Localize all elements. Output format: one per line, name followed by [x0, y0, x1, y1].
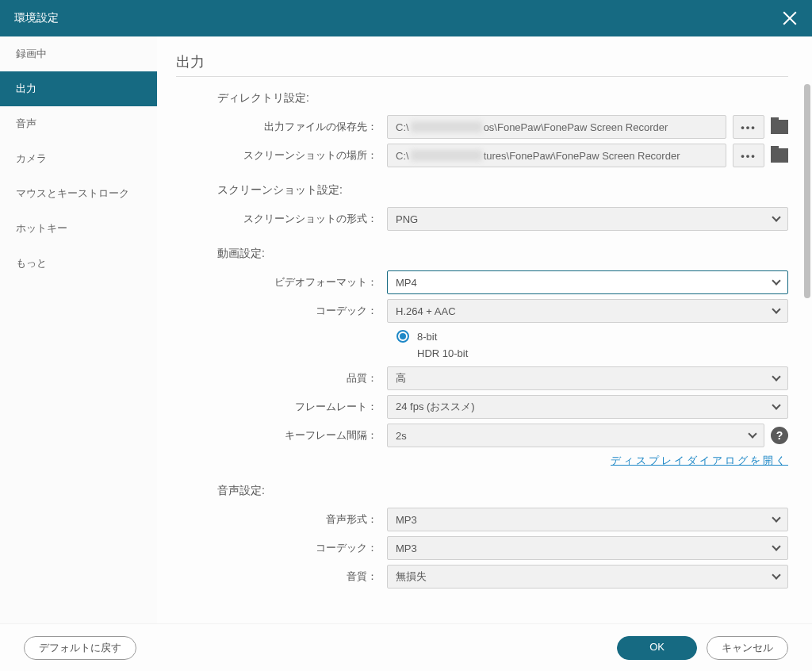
label-screenshot-format: スクリーンショットの形式：: [176, 212, 387, 226]
chevron-down-icon: [772, 542, 780, 550]
sidebar-item-hotkey[interactable]: ホットキー: [0, 211, 157, 246]
sidebar-item-label: 音声: [16, 117, 36, 129]
ok-button[interactable]: OK: [617, 636, 697, 660]
chevron-down-icon: [772, 276, 780, 285]
radio-8bit[interactable]: [396, 330, 409, 343]
titlebar: 環境設定: [0, 0, 812, 36]
window-title: 環境設定: [14, 11, 59, 25]
sidebar-item-label: ホットキー: [16, 222, 67, 234]
chevron-down-icon: [772, 401, 780, 409]
page-title: 出力: [176, 52, 788, 77]
label-audio-quality: 音質：: [176, 569, 387, 584]
label-video-quality: 品質：: [176, 371, 387, 385]
section-video: 動画設定:: [217, 247, 788, 261]
sidebar-item-mouse[interactable]: マウスとキーストローク: [0, 176, 157, 211]
scrollbar[interactable]: [804, 84, 810, 298]
content-pane: 出力 ディレクトリ設定: 出力ファイルの保存先： C:\os\FonePaw\F…: [157, 36, 812, 623]
label-screenshot-path: スクリーンショットの場所：: [176, 148, 387, 163]
audio-quality-select[interactable]: 無損失: [387, 565, 788, 589]
display-dialog-link[interactable]: ディスプレイダイアログを開く: [611, 454, 788, 466]
audio-format-select[interactable]: MP3: [387, 508, 788, 531]
sidebar-item-recording[interactable]: 録画中: [0, 36, 157, 71]
masked-text: [411, 121, 482, 132]
sidebar-item-label: 録画中: [16, 48, 47, 59]
reset-defaults-button[interactable]: デフォルトに戻す: [24, 636, 136, 660]
label-framerate: フレームレート：: [176, 400, 387, 414]
sidebar-item-label: カメラ: [16, 152, 47, 164]
chevron-down-icon: [772, 213, 780, 221]
chevron-down-icon: [772, 372, 780, 381]
label-output-path: 出力ファイルの保存先：: [176, 120, 387, 134]
radio-8bit-label: 8-bit: [417, 331, 437, 343]
sidebar-item-label: もっと: [16, 257, 47, 269]
keyframe-select[interactable]: 2s: [387, 424, 764, 447]
close-icon[interactable]: [782, 10, 798, 26]
sidebar-item-audio[interactable]: 音声: [0, 106, 157, 141]
open-folder-icon[interactable]: [771, 148, 788, 163]
radio-hdr10-label: HDR 10-bit: [417, 347, 468, 359]
section-screenshot: スクリーンショット設定:: [217, 183, 788, 197]
label-video-codec: コーデック：: [176, 304, 387, 318]
output-path-field[interactable]: C:\os\FonePaw\FonePaw Screen Recorder: [387, 115, 726, 139]
sidebar-item-camera[interactable]: カメラ: [0, 141, 157, 176]
section-directory: ディレクトリ設定:: [217, 91, 788, 105]
screenshot-path-field[interactable]: C:\tures\FonePaw\FonePaw Screen Recorder: [387, 144, 726, 167]
footer: デフォルトに戻す OK キャンセル: [0, 623, 812, 671]
browse-screenshot-button[interactable]: •••: [733, 144, 764, 167]
sidebar-item-more[interactable]: もっと: [0, 246, 157, 281]
label-keyframe: キーフレーム間隔：: [176, 428, 387, 443]
screenshot-format-select[interactable]: PNG: [387, 207, 788, 231]
framerate-select[interactable]: 24 fps (おススメ): [387, 395, 788, 419]
sidebar-item-output[interactable]: 出力: [0, 71, 157, 106]
audio-codec-select[interactable]: MP3: [387, 536, 788, 560]
label-audio-format: 音声形式：: [176, 512, 387, 527]
masked-text: [411, 150, 482, 161]
label-audio-codec: コーデック：: [176, 541, 387, 555]
video-format-select[interactable]: MP4: [387, 270, 788, 294]
label-video-format: ビデオフォーマット：: [176, 275, 387, 289]
browse-output-button[interactable]: •••: [733, 115, 764, 139]
sidebar-item-label: マウスとキーストローク: [16, 187, 129, 199]
section-audio: 音声設定:: [217, 484, 788, 498]
video-codec-select[interactable]: H.264 + AAC: [387, 299, 788, 323]
chevron-down-icon: [772, 570, 780, 579]
open-folder-icon[interactable]: [771, 120, 788, 134]
video-quality-select[interactable]: 高: [387, 366, 788, 390]
sidebar-item-label: 出力: [16, 82, 36, 94]
cancel-button[interactable]: キャンセル: [707, 636, 788, 660]
chevron-down-icon: [748, 429, 756, 438]
chevron-down-icon: [772, 513, 780, 522]
sidebar: 録画中 出力 音声 カメラ マウスとキーストローク ホットキー もっと: [0, 36, 157, 623]
chevron-down-icon: [772, 305, 780, 313]
help-icon[interactable]: ?: [771, 427, 788, 444]
